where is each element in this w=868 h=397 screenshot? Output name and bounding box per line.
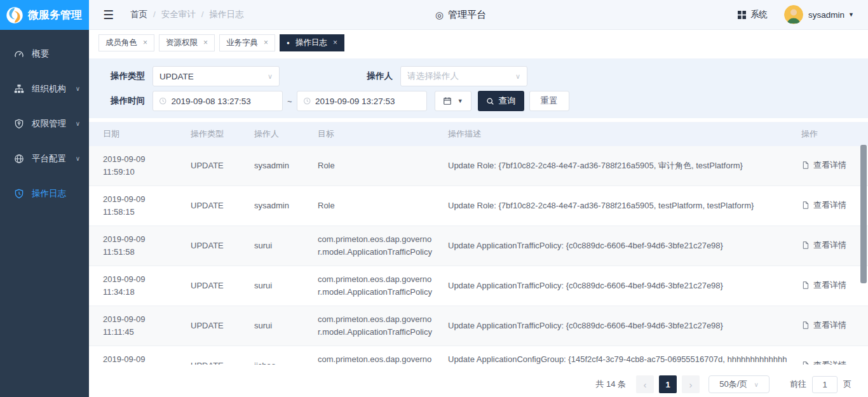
time-to-input[interactable] [315, 97, 420, 106]
log-table-header: 日期 操作类型 操作人 目标 操作描述 操作 [89, 122, 868, 146]
cell-target: com.primeton.eos.dap.governor.model.Appl… [311, 226, 442, 266]
scrollbar-thumb[interactable] [860, 145, 867, 283]
view-detail-label: 查看详情 [813, 239, 846, 252]
sidebar-nav: 概要 组织机构 ∨ 权限管理 ∨ 平台配置 ∨ [0, 30, 89, 211]
reset-button[interactable]: 重置 [529, 91, 569, 111]
search-icon [486, 97, 494, 105]
topbar-right: 系统 sysadmin ▼ [738, 5, 854, 24]
document-icon [801, 321, 810, 330]
cell-operator: surui [248, 306, 311, 346]
filter-panel: 操作类型 UPDATE ∨ 操作人 请选择操作人 ∨ 操作时间 ~ [89, 58, 868, 118]
sidebar-item-platform-config[interactable]: 平台配置 ∨ [0, 141, 89, 176]
view-detail-link[interactable]: 查看详情 [801, 159, 846, 172]
scrollbar-track[interactable] [860, 145, 867, 365]
prev-page-button[interactable]: ‹ [636, 375, 654, 393]
sidebar-item-overview[interactable]: 概要 [0, 36, 89, 71]
logo-swirl-icon [6, 6, 24, 24]
chevron-left-icon: ‹ [644, 379, 647, 390]
eye-icon: ◎ [435, 10, 444, 21]
cell-operation-type: UPDATE [184, 306, 248, 346]
table-row: 2019-09-09 11:59:10 UPDATE sysadmin Role… [89, 146, 868, 186]
page-size-select[interactable]: 50条/页 ∨ [709, 375, 770, 393]
view-detail-link[interactable]: 查看详情 [801, 319, 846, 332]
breadcrumb-security-audit[interactable]: 安全审计 [147, 9, 196, 20]
close-icon[interactable]: × [333, 38, 337, 47]
cell-operator: surui [248, 226, 311, 266]
sidebar-item-label: 概要 [32, 48, 49, 60]
close-icon[interactable]: × [143, 38, 147, 47]
goto-page-input[interactable] [812, 376, 837, 393]
chevron-down-icon: ∨ [515, 72, 520, 81]
table-row: 2019-09-09 11:11:45 UPDATE surui com.pri… [89, 306, 868, 346]
clock-icon [303, 97, 311, 105]
close-icon[interactable]: × [203, 38, 208, 47]
col-action: 操作 [795, 122, 868, 146]
view-detail-label: 查看详情 [813, 279, 846, 292]
view-detail-link[interactable]: 查看详情 [801, 279, 846, 292]
avatar[interactable] [784, 5, 803, 24]
next-page-button[interactable]: › [682, 375, 700, 393]
tab-operation-log[interactable]: ● 操作日志 × [280, 34, 344, 51]
app-title: 微服务管理 [28, 8, 82, 22]
document-icon [801, 161, 810, 170]
view-detail-link[interactable]: 查看详情 [801, 199, 846, 212]
operation-type-select[interactable]: UPDATE ∨ [153, 66, 280, 86]
operation-time-label: 操作时间 [89, 95, 153, 107]
sidebar-item-organization[interactable]: 组织机构 ∨ [0, 71, 89, 106]
view-detail-link[interactable]: 查看详情 [801, 239, 846, 252]
cell-description: Update ApplicationTrafficPolicy: {c0c889… [442, 226, 795, 266]
sidebar-item-operation-log[interactable]: 操作日志 [0, 176, 89, 211]
document-icon [801, 281, 810, 290]
cell-description: Update ApplicationTrafficPolicy: {c0c889… [442, 266, 795, 306]
sidebar: 微服务管理 概要 组织机构 ∨ 权限管理 ∨ [0, 0, 89, 397]
col-target: 目标 [311, 122, 442, 146]
username[interactable]: sysadmin [808, 10, 844, 20]
current-page-button[interactable]: 1 [659, 375, 677, 393]
user-caret-down-icon[interactable]: ▼ [848, 11, 854, 18]
chevron-down-icon: ∨ [76, 85, 80, 92]
time-from-input[interactable] [172, 97, 276, 106]
cell-date: 2019-09-09 11:11:45 [89, 306, 184, 346]
goto-label: 前往 [790, 379, 806, 390]
breadcrumb-operation-log[interactable]: 操作日志 [196, 9, 244, 20]
hamburger-menu-icon[interactable]: ☰ [103, 9, 114, 21]
operator-select[interactable]: 请选择操作人 ∨ [400, 66, 527, 86]
org-chart-icon [14, 84, 24, 94]
view-detail-label: 查看详情 [813, 359, 846, 365]
tab-business-dictionary[interactable]: 业务字典 × [219, 34, 275, 51]
cell-target: com.primeton.eos.dap.governor.model.Appl… [311, 306, 442, 346]
system-menu[interactable]: 系统 [738, 9, 768, 20]
col-operation-type: 操作类型 [184, 122, 248, 146]
pagination: 共 14 条 ‹ 1 › 50条/页 ∨ 前往 页 [89, 365, 868, 393]
cell-description: Update Role: {7bf10c82-2c48-4e47-ad36-78… [442, 146, 795, 186]
platform-title-label: 管理平台 [448, 9, 486, 21]
cell-date: 2019-09-09 11:06:01 [89, 346, 184, 365]
sidebar-item-label: 操作日志 [32, 188, 66, 199]
clock-icon [159, 97, 167, 105]
cell-operation-type: UPDATE [184, 186, 248, 226]
search-button[interactable]: 查询 [478, 91, 524, 111]
total-count: 共 14 条 [595, 379, 626, 390]
table-row: 2019-09-09 11:51:58 UPDATE surui com.pri… [89, 226, 868, 266]
tab-member-role[interactable]: 成员角色 × [98, 34, 154, 51]
operator-label: 操作人 [280, 71, 400, 82]
calendar-button[interactable]: ▼ [435, 91, 471, 111]
table-row: 2019-09-09 11:58:15 UPDATE sysadmin Role… [89, 186, 868, 226]
log-table-body: 2019-09-09 11:59:10 UPDATE sysadmin Role… [89, 146, 868, 365]
document-icon [801, 241, 810, 250]
breadcrumb: 首页 安全审计 操作日志 [130, 9, 244, 20]
cell-operator: sysadmin [248, 146, 311, 186]
breadcrumb-home[interactable]: 首页 [130, 9, 147, 20]
sidebar-item-permissions[interactable]: 权限管理 ∨ [0, 106, 89, 141]
cell-operator: sysadmin [248, 186, 311, 226]
cell-operation-type: UPDATE [184, 146, 248, 186]
chevron-right-icon: › [689, 379, 693, 390]
cell-operation-type: UPDATE [184, 226, 248, 266]
view-detail-link[interactable]: 查看详情 [801, 359, 846, 365]
tab-label: 成员角色 [105, 37, 137, 48]
tab-resource-permission[interactable]: 资源权限 × [159, 34, 215, 51]
cell-target: Role [311, 186, 442, 226]
gauge-icon [14, 49, 24, 59]
close-icon[interactable]: × [264, 38, 268, 47]
chevron-down-icon: ∨ [268, 72, 273, 81]
